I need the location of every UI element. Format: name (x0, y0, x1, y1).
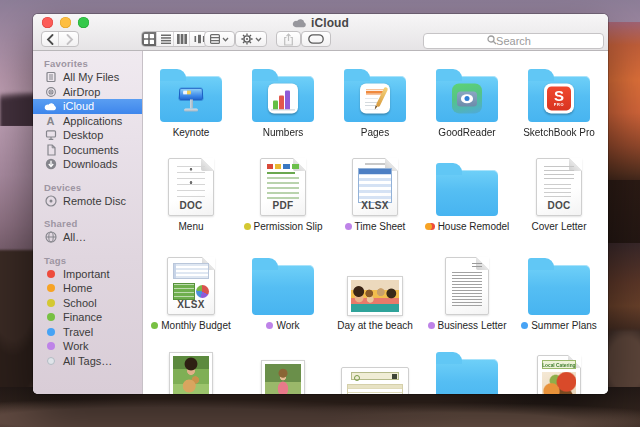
folder-icon (252, 265, 314, 315)
back-button[interactable] (42, 32, 59, 46)
window-header[interactable]: iCloud (33, 14, 608, 51)
photo-icon (170, 353, 212, 394)
sidebar-item-label: Remote Disc (63, 195, 126, 207)
column-view-button[interactable] (176, 32, 191, 46)
sidebar-item-label: Work (63, 340, 88, 352)
photo-icon (262, 361, 304, 394)
sidebar-item-all-my-files[interactable]: All My Files (33, 70, 142, 85)
folder-icon: S PRO (528, 76, 590, 122)
sidebar-item-label: Finance (63, 311, 102, 323)
share-button[interactable] (276, 31, 301, 47)
sidebar-item-downloads[interactable]: Downloads (33, 157, 142, 172)
sidebar-item-icloud[interactable]: iCloud (33, 99, 142, 114)
grid-item-work[interactable]: Work (237, 257, 329, 331)
grid-item-menu[interactable]: DOC Menu (145, 158, 237, 232)
view-mode-segmented-control (141, 31, 208, 47)
folder-icon (528, 265, 590, 315)
document-page-icon (45, 144, 57, 156)
sidebar-item-label: AirDrop (63, 86, 100, 98)
sidebar-item-label: iCloud (63, 100, 94, 112)
sidebar-item-label: Travel (63, 326, 93, 338)
desktop-monitor-icon (45, 129, 57, 141)
sidebar: Favorites All My Files AirDrop (33, 51, 143, 394)
cloud-icon (44, 102, 57, 111)
sidebar-item-airdrop[interactable]: AirDrop (33, 85, 142, 100)
grid-view-icon (144, 34, 154, 44)
sidebar-tag-work[interactable]: Work (33, 339, 142, 354)
pdf-document-icon: PDF (260, 158, 306, 216)
grid-item-local-catering[interactable]: Local Catering (513, 353, 605, 394)
pages-app-icon (360, 83, 390, 113)
action-menu-button[interactable] (235, 31, 267, 47)
grid-item-pages[interactable]: Pages (329, 64, 421, 138)
file-label: Time Sheet (355, 221, 406, 232)
grid-item-numbers[interactable]: Numbers (237, 64, 329, 138)
search-icon (487, 35, 497, 45)
grid-item-day-at-the-beach[interactable]: Day at the beach (329, 257, 421, 331)
grid-item-time-sheet[interactable]: XLSX Time Sheet (329, 158, 421, 232)
xlsx-document-icon: XLSX (352, 158, 398, 216)
sketchbook-s-glyph: S (554, 89, 564, 102)
grid-item-house-remodel[interactable]: House Remodel (421, 158, 513, 232)
grid-item-cover-letter[interactable]: DOC Cover Letter (513, 158, 605, 232)
grid-item-permission-slip[interactable]: PDF Permission Slip (237, 158, 329, 232)
tag-dot-red (47, 270, 55, 278)
grid-item-photo-girl-field[interactable] (237, 355, 329, 394)
tag-dot-yellow (244, 223, 251, 230)
columns-view-icon (177, 34, 187, 44)
chevron-down-icon (222, 37, 229, 42)
doc-document-icon: DOC (536, 158, 582, 216)
sidebar-tag-all-tags[interactable]: All Tags… (33, 354, 142, 369)
tag-icon (308, 34, 324, 44)
sidebar-tag-finance[interactable]: Finance (33, 310, 142, 325)
grid-item-summer-plans[interactable]: Summer Plans (513, 257, 605, 331)
forward-button[interactable] (61, 32, 78, 46)
grid-item-sketchbook-pro[interactable]: S PRO SketchBook Pro (513, 64, 605, 138)
sidebar-tag-important[interactable]: Important (33, 267, 142, 282)
grid-item-photo-boy-puppy[interactable] (145, 351, 237, 394)
file-label: Menu (178, 221, 203, 232)
icon-view-button[interactable] (142, 32, 157, 46)
doc-document-icon: DOC (168, 158, 214, 216)
arrange-button[interactable] (204, 31, 235, 47)
grid-item-business-letter[interactable]: Business Letter (421, 257, 513, 331)
sidebar-tag-travel[interactable]: Travel (33, 325, 142, 340)
file-label: Monthly Budget (161, 320, 231, 331)
chevron-left-icon (46, 34, 55, 45)
airdrop-radar-icon (45, 86, 57, 98)
search-input[interactable] (423, 33, 604, 49)
tag-dot-blue (47, 328, 55, 336)
sidebar-item-applications[interactable]: A Applications (33, 114, 142, 129)
tag-dot-green (151, 322, 158, 329)
grid-item-catering-price-list[interactable] (329, 355, 421, 394)
sidebar-item-label: Important (63, 268, 109, 280)
sidebar-item-documents[interactable]: Documents (33, 143, 142, 158)
tag-dot-purple (345, 223, 352, 230)
sidebar-item-desktop[interactable]: Desktop (33, 128, 142, 143)
icloud-cloud-icon (292, 18, 307, 28)
window-title: iCloud (311, 16, 349, 30)
file-label: House Remodel (438, 221, 510, 232)
tag-dot-orange (425, 223, 432, 230)
grid-item-keynote[interactable]: Keynote (145, 64, 237, 138)
sidebar-tag-school[interactable]: School (33, 296, 142, 311)
grid-item-folder[interactable] (421, 351, 513, 394)
file-grid: Keynote Numbers Pages (143, 51, 608, 394)
list-view-button[interactable] (159, 32, 174, 46)
navigation-buttons (41, 31, 79, 47)
file-label: Cover Letter (531, 221, 586, 232)
file-label: Keynote (173, 127, 210, 138)
keynote-app-icon (176, 83, 206, 113)
tag-button[interactable] (301, 31, 331, 47)
sidebar-tag-home[interactable]: Home (33, 281, 142, 296)
folder-icon (436, 359, 498, 394)
sketchbook-pro-glyph: PRO (554, 102, 564, 106)
grid-item-monthly-budget[interactable]: XLSX Monthly Budget (145, 257, 237, 331)
photo-icon (348, 277, 402, 315)
sidebar-item-shared-all[interactable]: All… (33, 230, 142, 245)
globe-icon (45, 231, 57, 243)
tag-dots (425, 223, 435, 230)
pie-chart-preview (196, 285, 209, 298)
sidebar-item-remote-disc[interactable]: Remote Disc (33, 194, 142, 209)
grid-item-goodreader[interactable]: GoodReader (421, 64, 513, 138)
